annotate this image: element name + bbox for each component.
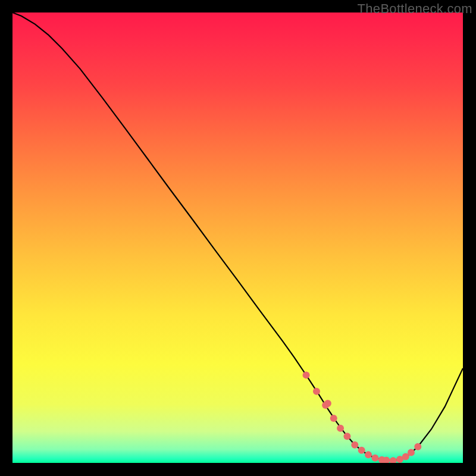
- curve-marker: [414, 443, 421, 450]
- curve-marker: [313, 388, 320, 395]
- curve-marker: [303, 371, 310, 378]
- curve-marker: [337, 425, 344, 432]
- curve-marker: [358, 447, 365, 454]
- curve-marker: [343, 433, 350, 440]
- curve-marker: [371, 455, 378, 462]
- curve-marker: [330, 415, 337, 422]
- curve-marker: [408, 449, 415, 456]
- curve-marker: [390, 457, 397, 463]
- curve-marker: [365, 451, 372, 458]
- curve-line: [12, 12, 463, 461]
- bottleneck-curve-plot: [12, 12, 463, 463]
- marker-group: [303, 371, 422, 463]
- curve-marker: [324, 400, 331, 407]
- chart-area: [12, 12, 463, 463]
- curve-marker: [351, 441, 358, 449]
- watermark-text: TheBottleneck.com: [358, 1, 472, 17]
